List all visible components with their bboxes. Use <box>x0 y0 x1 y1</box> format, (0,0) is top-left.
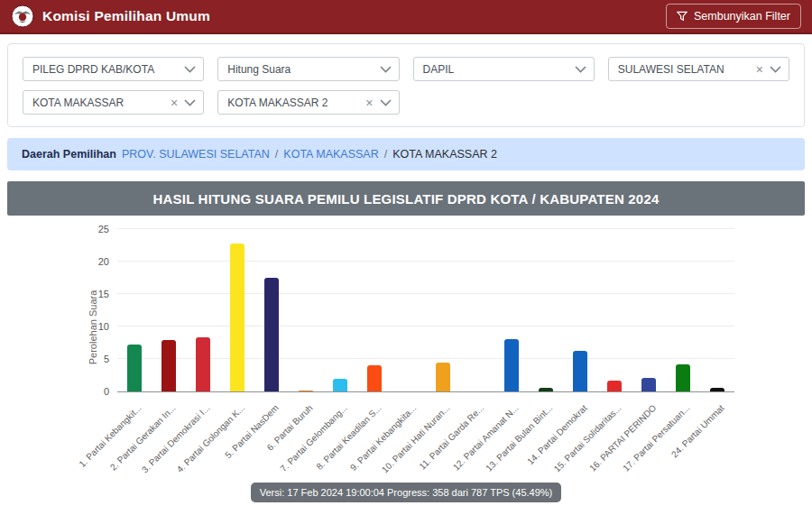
bar-3[interactable] <box>196 337 210 391</box>
bar-cell <box>117 230 152 391</box>
app-title: Komisi Pemilihan Umum <box>42 8 210 24</box>
y-tick-label: 15 <box>98 289 109 299</box>
bar-6[interactable] <box>299 391 313 392</box>
filter-dapil-detail-select[interactable]: KOTA MAKASSAR 2 × <box>217 90 399 115</box>
filter-funnel-icon <box>677 11 687 22</box>
bar-16[interactable] <box>641 378 656 391</box>
bars-row <box>117 230 734 391</box>
chart-title: HASIL HITUNG SUARA PEMILU LEGISLATIF DPR… <box>153 191 660 207</box>
hide-filter-button[interactable]: Sembunyikan Filter <box>666 4 801 29</box>
bar-cell <box>632 230 666 391</box>
bar-cell <box>460 230 494 391</box>
chevron-down-icon <box>770 66 781 73</box>
bar-12[interactable] <box>504 339 519 391</box>
bar-cell <box>666 230 700 391</box>
brand: Komisi Pemilihan Umum <box>11 5 210 28</box>
clear-icon[interactable]: × <box>365 97 373 109</box>
bar-5[interactable] <box>264 278 279 391</box>
filter-kabkota-select[interactable]: KOTA MAKASSAR × <box>23 90 204 115</box>
bar-cell <box>186 230 220 391</box>
bar-cell <box>323 230 357 391</box>
chevron-down-icon <box>184 99 196 106</box>
breadcrumb-link-provinsi[interactable]: PROV. SULAWESI SELATAN <box>122 148 270 161</box>
bar-15[interactable] <box>607 381 622 391</box>
bar-cell <box>254 230 289 391</box>
clear-icon[interactable]: × <box>171 97 178 109</box>
filter-provinsi-select[interactable]: SULAWESI SELATAN × <box>608 57 789 81</box>
x-axis-labels: 1. Partai Kebangkit...2. Partai Gerakan … <box>117 392 734 479</box>
bar-2[interactable] <box>161 340 176 391</box>
chevron-down-icon <box>380 66 392 73</box>
y-tick-label: 10 <box>98 321 109 332</box>
clear-icon[interactable]: × <box>756 63 763 76</box>
bar-4[interactable] <box>230 244 245 391</box>
bar-cell <box>529 230 563 391</box>
bar-7[interactable] <box>333 379 347 391</box>
bar-cell <box>700 230 734 391</box>
filter-panel: PILEG DPRD KAB/KOTA Hitung Suara DAPIL S… <box>7 43 805 127</box>
breadcrumb-separator: / <box>384 148 387 161</box>
bar-cell <box>152 230 186 391</box>
y-tick-label: 25 <box>98 224 109 235</box>
chart-title-bar: HASIL HITUNG SUARA PEMILU LEGISLATIF DPR… <box>7 181 805 216</box>
bar-cell <box>289 230 323 391</box>
bar-14[interactable] <box>573 351 587 391</box>
y-tick-label: 0 <box>104 386 109 397</box>
breadcrumb-separator: / <box>275 148 278 161</box>
breadcrumb-link-kabkota[interactable]: KOTA MAKASSAR <box>283 148 378 161</box>
bar-cell <box>357 230 392 391</box>
chevron-down-icon <box>575 66 586 73</box>
breadcrumb: Daerah Pemilihan PROV. SULAWESI SELATAN … <box>7 138 805 170</box>
bar-13[interactable] <box>539 388 553 391</box>
x-tick-label: 24. Partai Ummat <box>700 392 734 479</box>
version-progress-badge: Versi: 17 Feb 2024 19:00:04 Progress: 35… <box>251 483 562 502</box>
bar-chart: Perolehan Suara 0510152025 1. Partai Keb… <box>0 216 812 479</box>
bar-10[interactable] <box>436 363 450 391</box>
bar-cell <box>597 230 632 391</box>
chevron-down-icon <box>380 99 392 106</box>
gridline <box>117 228 734 229</box>
bar-8[interactable] <box>367 365 382 391</box>
kpu-logo-icon <box>11 5 34 28</box>
app-header: Komisi Pemilihan Umum Sembunyikan Filter <box>0 0 812 34</box>
bar-cell <box>563 230 597 391</box>
bar-18[interactable] <box>710 388 724 391</box>
breadcrumb-current: KOTA MAKASSAR 2 <box>392 148 497 161</box>
bar-1[interactable] <box>127 345 142 391</box>
filter-tampilan-select[interactable]: Hitung Suara <box>217 57 399 81</box>
y-tick-label: 5 <box>104 354 109 364</box>
bar-cell <box>392 230 426 391</box>
breadcrumb-label: Daerah Pemilihan <box>22 148 116 161</box>
filter-jenis-pemilihan-select[interactable]: PILEG DPRD KAB/KOTA <box>23 57 204 81</box>
y-axis-label: Perolehan Suara <box>88 290 98 365</box>
filter-dapil-select[interactable]: DAPIL <box>413 57 595 81</box>
y-tick-label: 20 <box>98 256 109 267</box>
bar-cell <box>426 230 460 391</box>
bar-cell <box>220 230 254 391</box>
plot-area: 0510152025 <box>117 230 734 392</box>
bar-17[interactable] <box>676 364 690 391</box>
bar-cell <box>494 230 529 391</box>
chevron-down-icon <box>184 66 196 73</box>
